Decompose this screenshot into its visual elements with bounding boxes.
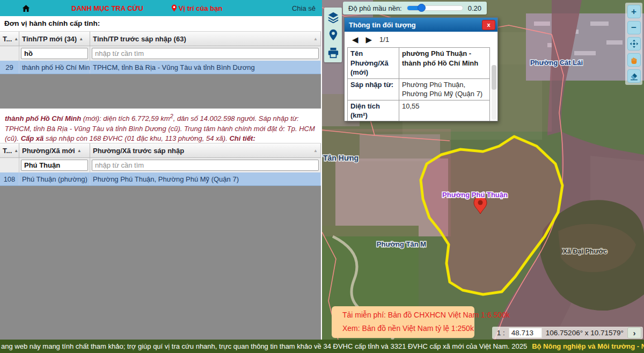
province-filter-row bbox=[0, 46, 321, 61]
filter-cell-empty bbox=[0, 158, 19, 172]
close-icon: x bbox=[487, 21, 490, 28]
description-detail-link[interactable]: Chi tiết: bbox=[229, 134, 255, 142]
opacity-slider[interactable] bbox=[407, 5, 463, 11]
layers-icon[interactable] bbox=[327, 11, 339, 23]
opacity-slider-handle[interactable] bbox=[418, 4, 426, 12]
map-canvas[interactable]: Phường Cát Lái Tân Hưng Phường Phú Thuận… bbox=[322, 0, 644, 340]
zoom-in-button[interactable]: + bbox=[627, 5, 641, 18]
share-button[interactable]: Chia sẻ bbox=[292, 4, 316, 12]
province-table-row[interactable]: 29 thành phố Hồ Chí Minh TPHCM, tỉnh Bà … bbox=[0, 61, 321, 74]
minus-icon: − bbox=[631, 23, 636, 32]
marker-tool-icon[interactable] bbox=[327, 29, 339, 41]
map-label-dai-phuoc: Xã Đại Phước bbox=[563, 248, 608, 255]
erase-button[interactable] bbox=[627, 69, 641, 83]
map-label-cat-lai: Phường Cát Lái bbox=[530, 59, 583, 67]
province-description: thành phố Hồ Chí Minh (mới): diện tích 6… bbox=[0, 109, 322, 143]
menu-catalog[interactable]: DANH MỤC TRA CỨU bbox=[71, 4, 143, 12]
scale-input[interactable] bbox=[509, 328, 542, 338]
ward-old-filter-input[interactable] bbox=[92, 160, 319, 171]
popup-titlebar[interactable]: Thông tin đối tượng x bbox=[345, 18, 497, 32]
table-row: Diện tích (km²)10,55 bbox=[348, 100, 490, 121]
opacity-panel: Độ phủ mầu nền: 0.20 bbox=[343, 2, 487, 15]
menu-your-location[interactable]: Vị trí của bạn bbox=[171, 4, 223, 12]
download-link[interactable]: Tải miễn phí: Bản đồ CHXHCN Việt Nam 1:6… bbox=[338, 311, 468, 319]
pager-prev-icon[interactable]: ◀ bbox=[352, 35, 358, 45]
attribute-value: phường Phú Thuận - thành phố Hồ Chí Minh bbox=[399, 48, 490, 79]
view-basemap-link[interactable]: Xem: Bản đồ nền Việt Nam tỷ lệ 1:250k bbox=[338, 324, 468, 333]
province-old-filter-input[interactable] bbox=[92, 48, 319, 59]
feature-info-popup: Thông tin đối tượng x ◀ ▶ 1/1 Tên Phường… bbox=[344, 17, 498, 121]
pan-extent-button[interactable] bbox=[627, 37, 641, 51]
description-text: (mới): diện tích 6.772,59 km bbox=[81, 114, 170, 123]
home-button[interactable] bbox=[21, 4, 31, 13]
description-province-name: thành phố Hồ Chí Minh bbox=[5, 114, 81, 123]
attribute-label: Diện tích (km²) bbox=[348, 100, 399, 121]
column-header-index[interactable]: T...▲ bbox=[0, 143, 19, 158]
ward-table: T...▲ Phường/Xã mới▲ Phường/Xã trước sáp… bbox=[0, 143, 321, 340]
province-section-title: Đơn vị hành chính cấp tỉnh: bbox=[4, 19, 100, 27]
filter-cell-empty bbox=[0, 46, 19, 61]
popup-title: Thông tin đối tượng bbox=[349, 21, 482, 29]
filter-cell-new bbox=[19, 158, 90, 172]
scale-prefix: 1 : bbox=[497, 329, 505, 337]
map-label-tan-m: Phường Tân M bbox=[377, 240, 426, 248]
filter-cell-old bbox=[90, 158, 321, 172]
cursor-coordinates: 106.75206° x 10.71579° bbox=[546, 329, 624, 337]
popup-pager: ◀ ▶ 1/1 bbox=[345, 32, 497, 47]
row-index-cell: 108 bbox=[0, 172, 19, 185]
popup-scroll-thumb[interactable] bbox=[492, 65, 496, 90]
filter-cell-old bbox=[90, 46, 321, 61]
download-box: Tải miễn phí: Bản đồ CHXHCN Việt Nam 1:6… bbox=[332, 306, 474, 338]
opacity-value: 0.20 bbox=[468, 4, 481, 12]
popup-scrollbar[interactable] bbox=[492, 65, 496, 120]
zoom-out-button[interactable]: − bbox=[627, 21, 641, 34]
feature-attributes-table: Tên Phường/Xã (mới)phường Phú Thuận - th… bbox=[347, 47, 490, 121]
location-pin-icon bbox=[171, 4, 177, 12]
hand-icon bbox=[630, 55, 639, 64]
map-toolbar-right: + − bbox=[625, 3, 642, 85]
row-old-names-cell: Phường Phú Thuận, Phường Phú Mỹ (Quận 7) bbox=[90, 172, 321, 185]
popup-close-button[interactable]: x bbox=[482, 20, 495, 30]
view-basemap-label: Xem: Bản đồ nền Việt Nam tỷ lệ 1:250k bbox=[342, 324, 474, 333]
scale-panel: 1 : 106.75206° x 10.71579° › bbox=[492, 327, 643, 339]
map-label-phu-thuan: Phường Phú Thuận bbox=[442, 191, 508, 199]
filter-cell-new bbox=[19, 46, 90, 61]
opacity-label: Độ phủ mầu nền: bbox=[348, 4, 402, 12]
pan-hand-button[interactable] bbox=[627, 53, 641, 67]
ward-filter-row bbox=[0, 158, 321, 172]
app-window: DANH MỤC TRA CỨU Vị trí của bạn Chia sẻ … bbox=[0, 0, 644, 353]
table-row: Tên Phường/Xã (mới)phường Phú Thuận - th… bbox=[348, 48, 490, 79]
table-row: Sáp nhập từ:Phường Phú Thuận, Phường Phú… bbox=[348, 78, 490, 100]
column-header-new-ward[interactable]: Phường/Xã mới▲ bbox=[19, 143, 90, 158]
ward-table-row[interactable]: 108 Phú Thuận (phường) Phường Phú Thuận,… bbox=[0, 172, 321, 186]
column-header-new-label: Phường/Xã mới bbox=[22, 147, 75, 155]
province-table: T...▲ Tỉnh/TP mới (34)▲ Tỉnh/TP trước sá… bbox=[0, 31, 321, 109]
column-header-index[interactable]: T...▲ bbox=[0, 32, 19, 46]
pager-next-icon[interactable]: ▶ bbox=[366, 35, 372, 45]
footer-disclaimer: ang web này mang tính chất tham khảo; tr… bbox=[1, 342, 527, 350]
column-header-old-ward[interactable]: Phường/Xã trước sáp nhập▲ bbox=[90, 143, 321, 158]
attribute-value: Phường Phú Thuận, Phường Phú Mỹ (Quận 7) bbox=[399, 78, 490, 100]
row-old-names-cell: TPHCM, tỉnh Bà Rịa - Vũng Tàu và tỉnh Bì… bbox=[90, 61, 321, 74]
column-header-index-label: T... bbox=[3, 35, 12, 43]
home-icon bbox=[21, 4, 31, 13]
column-header-index-label: T... bbox=[3, 147, 12, 155]
sort-asc-icon: ▲ bbox=[14, 148, 18, 153]
chevron-right-icon: › bbox=[633, 328, 636, 337]
column-header-new-province[interactable]: Tỉnh/TP mới (34)▲ bbox=[19, 32, 90, 46]
menu-location-label: Vị trí của bạn bbox=[179, 4, 223, 12]
print-icon[interactable] bbox=[327, 47, 339, 59]
province-new-filter-input[interactable] bbox=[21, 48, 88, 59]
plus-icon: + bbox=[631, 7, 636, 16]
sort-asc-icon: ▲ bbox=[79, 37, 83, 41]
pan-icon bbox=[630, 39, 639, 48]
top-menubar: DANH MỤC TRA CỨU Vị trí của bạn Chia sẻ bbox=[0, 0, 322, 16]
sort-asc-icon: ▲ bbox=[313, 37, 318, 41]
column-header-old-province[interactable]: Tỉnh/TP trước sáp nhập (63)▲ bbox=[90, 32, 321, 46]
status-footer: ang web này mang tính chất tham khảo; tr… bbox=[0, 340, 644, 353]
pager-count: 1/1 bbox=[379, 35, 389, 44]
ward-new-filter-input[interactable] bbox=[21, 160, 88, 171]
column-header-old-label: Phường/Xã trước sáp nhập bbox=[93, 147, 184, 155]
column-header-new-label: Tỉnh/TP mới (34) bbox=[22, 35, 77, 43]
scale-expand-button[interactable]: › bbox=[627, 327, 641, 338]
